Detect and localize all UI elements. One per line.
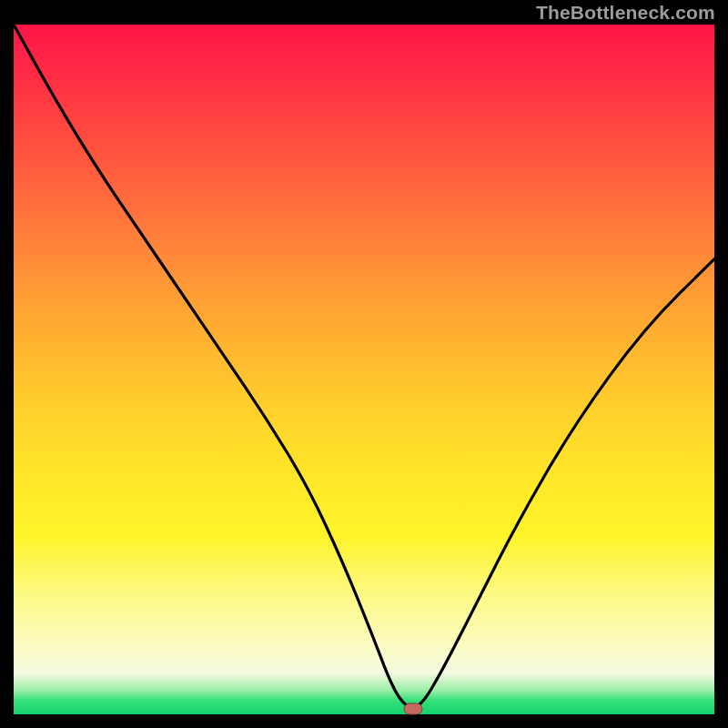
optimum-marker (403, 703, 422, 714)
chart-stage: TheBottleneck.com (0, 0, 728, 728)
watermark-text: TheBottleneck.com (536, 2, 715, 24)
bottleneck-curve (14, 25, 714, 714)
curve-path (14, 25, 714, 707)
plot-area (14, 25, 714, 714)
